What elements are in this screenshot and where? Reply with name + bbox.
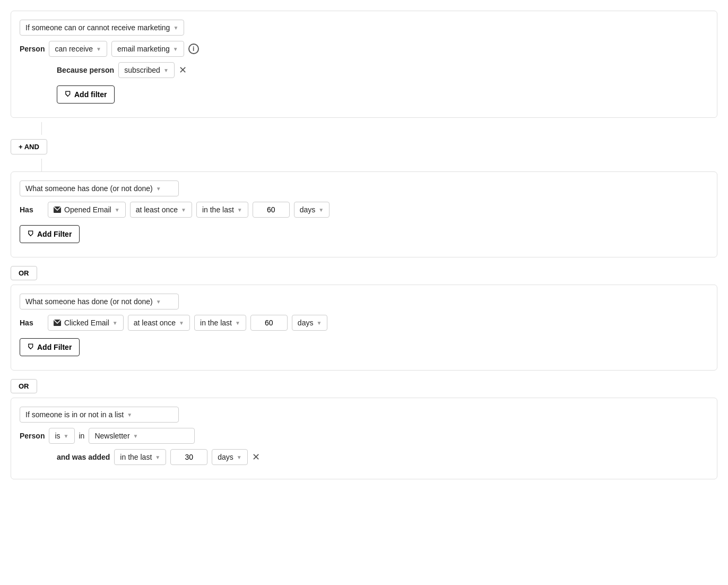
or-button-1[interactable]: OR [11, 266, 37, 280]
marketing-type-label: email marketing [117, 45, 170, 53]
filter-icon-2: ⛉ [28, 230, 34, 238]
time-qualifier-chevron-1: ▼ [237, 207, 242, 213]
time-unit-select-2[interactable]: days ▼ [292, 315, 327, 331]
time-unit-label-2: days [298, 319, 314, 327]
time-unit-chevron-2: ▼ [316, 320, 322, 326]
opened-email-label: Opened Email [64, 205, 111, 214]
added-time-value-input[interactable] [170, 449, 207, 465]
because-close-button[interactable]: ✕ [179, 65, 187, 75]
block3-card: What someone has done (or not done) ▼ Ha… [11, 285, 717, 371]
list-condition-chevron: ▼ [127, 412, 132, 418]
or-button-2-label: OR [19, 382, 29, 390]
clicked-email-label: Clicked Email [64, 319, 109, 327]
added-label: and was added [57, 453, 110, 461]
subscribed-select[interactable]: subscribed ▼ [118, 62, 175, 78]
is-select[interactable]: is ▼ [49, 428, 74, 444]
frequency-label-2: at least once [134, 319, 176, 327]
subscribed-label: subscribed [124, 66, 160, 74]
block4-person-label: Person [20, 432, 45, 440]
marketing-condition-select[interactable]: If someone can or cannot receive marketi… [20, 20, 184, 36]
block3-has-label: Has [20, 319, 44, 327]
time-unit-label-1: days [300, 205, 316, 214]
frequency-chevron-2: ▼ [179, 320, 184, 326]
block1-header: If someone can or cannot receive marketi… [20, 20, 708, 36]
and-button-label: + AND [19, 143, 39, 151]
because-label: Because person [57, 66, 114, 74]
marketing-condition-chevron: ▼ [173, 25, 178, 31]
frequency-chevron-1: ▼ [181, 207, 186, 213]
time-qualifier-chevron-2: ▼ [235, 320, 240, 326]
block2-add-filter-button[interactable]: ⛉ Add Filter [20, 225, 80, 243]
can-receive-chevron: ▼ [96, 46, 101, 52]
marketing-condition-label: If someone can or cannot receive marketi… [25, 23, 170, 32]
is-chevron: ▼ [64, 433, 69, 439]
time-qualifier-label-2: in the last [200, 319, 232, 327]
added-time-unit-select[interactable]: days ▼ [212, 449, 247, 465]
email-icon-1 [54, 207, 61, 213]
marketing-type-select[interactable]: email marketing ▼ [111, 41, 184, 57]
can-receive-select[interactable]: can receive ▼ [49, 41, 107, 57]
block2-type-chevron: ▼ [156, 186, 161, 192]
frequency-select-2[interactable]: at least once ▼ [128, 315, 190, 331]
is-label: is [55, 432, 60, 440]
block3-type-chevron: ▼ [156, 299, 161, 305]
added-time-unit-chevron: ▼ [237, 454, 242, 460]
block4-header: If someone is in or not in a list ▼ [20, 407, 708, 423]
block2-has-label: Has [20, 205, 44, 214]
subscribed-chevron: ▼ [163, 67, 169, 73]
added-time-qualifier-label: in the last [120, 453, 152, 461]
block1-because-row: Because person subscribed ▼ ✕ [57, 62, 708, 78]
marketing-type-chevron: ▼ [173, 46, 178, 52]
block1-add-filter-label: Add filter [74, 90, 107, 99]
block4-added-row: and was added in the last ▼ days ▼ ✕ [57, 449, 708, 465]
block3-type-label: What someone has done (or not done) [25, 297, 153, 306]
added-time-qualifier-select[interactable]: in the last ▼ [114, 449, 166, 465]
block3-add-filter-button[interactable]: ⛉ Add Filter [20, 338, 80, 356]
or-button-1-label: OR [19, 269, 29, 277]
list-name-label: Newsletter [94, 432, 129, 440]
block2-card: What someone has done (or not done) ▼ Ha… [11, 171, 717, 257]
block2-type-label: What someone has done (or not done) [25, 184, 153, 193]
time-unit-select-1[interactable]: days ▼ [294, 202, 330, 218]
time-value-input-1[interactable] [253, 202, 290, 218]
connector-line-1 [41, 122, 42, 135]
block2-add-filter-label: Add Filter [37, 230, 72, 238]
block4-card: If someone is in or not in a list ▼ Pers… [11, 398, 717, 479]
block2-type-select[interactable]: What someone has done (or not done) ▼ [20, 180, 179, 196]
time-qualifier-select-1[interactable]: in the last ▼ [196, 202, 248, 218]
block3-type-select[interactable]: What someone has done (or not done) ▼ [20, 294, 179, 309]
time-value-input-2[interactable] [250, 315, 288, 331]
block2-has-row: Has Opened Email ▼ at least once ▼ in th… [20, 202, 708, 218]
in-label: in [79, 432, 85, 440]
and-button[interactable]: + AND [11, 139, 47, 154]
block3-add-filter-label: Add Filter [37, 343, 72, 351]
time-qualifier-select-2[interactable]: in the last ▼ [194, 315, 246, 331]
info-icon[interactable]: i [188, 44, 199, 54]
list-condition-select[interactable]: If someone is in or not in a list ▼ [20, 407, 179, 423]
block4-person-row: Person is ▼ in Newsletter ▼ [20, 428, 708, 444]
added-time-unit-label: days [218, 453, 233, 461]
filter-icon-1: ⛉ [65, 91, 71, 98]
block1-add-filter-button[interactable]: ⛉ Add filter [57, 85, 115, 104]
list-condition-label: If someone is in or not in a list [25, 410, 124, 419]
time-unit-chevron-1: ▼ [318, 207, 324, 213]
frequency-select-1[interactable]: at least once ▼ [130, 202, 192, 218]
or-button-2[interactable]: OR [11, 379, 37, 393]
frequency-label-1: at least once [136, 205, 178, 214]
filter-icon-3: ⛉ [28, 343, 34, 351]
block3-has-row: Has Clicked Email ▼ at least once ▼ in t… [20, 315, 708, 331]
opened-email-chevron: ▼ [115, 207, 120, 213]
list-name-chevron: ▼ [133, 433, 138, 439]
block1-person-label: Person [20, 45, 45, 53]
clicked-email-chevron: ▼ [112, 320, 118, 326]
added-time-qualifier-chevron: ▼ [155, 454, 160, 460]
added-close-button[interactable]: ✕ [252, 452, 260, 462]
connector-line-2 [41, 159, 42, 171]
block2-header: What someone has done (or not done) ▼ [20, 180, 708, 196]
block1-card: If someone can or cannot receive marketi… [11, 11, 717, 118]
opened-email-select[interactable]: Opened Email ▼ [48, 202, 126, 218]
clicked-email-select[interactable]: Clicked Email ▼ [48, 315, 124, 331]
list-name-select[interactable]: Newsletter ▼ [89, 428, 195, 444]
block3-header: What someone has done (or not done) ▼ [20, 294, 708, 309]
can-receive-label: can receive [55, 45, 93, 53]
